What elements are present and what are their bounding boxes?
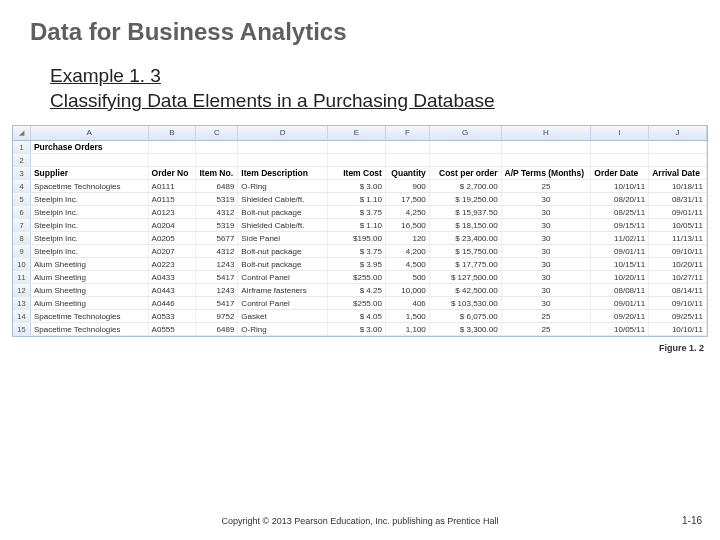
cell-item-no: 5417 bbox=[196, 297, 238, 309]
cell-supplier: Steelpin Inc. bbox=[31, 206, 149, 218]
cell-supplier: Alum Sheeting bbox=[31, 284, 149, 296]
cell-arrival-date: 09/10/11 bbox=[649, 297, 707, 309]
cell-arrival-date: 08/31/11 bbox=[649, 193, 707, 205]
cell-item-no: 6489 bbox=[196, 323, 238, 335]
cell-order-date: 11/02/11 bbox=[591, 232, 649, 244]
cell-ap-terms: 30 bbox=[502, 232, 592, 244]
cell-item-cost: $ 3.00 bbox=[328, 323, 386, 335]
table-row: 11Alum SheetingA04335417Control Panel$25… bbox=[13, 271, 707, 284]
row-number: 15 bbox=[13, 323, 31, 335]
header-arrival-date: Arrival Date bbox=[649, 167, 707, 179]
table-row: 14Spacetime TechnologiesA05339752Gasket$… bbox=[13, 310, 707, 323]
cell-arrival-date: 10/27/11 bbox=[649, 271, 707, 283]
cell-item-description: Side Panel bbox=[238, 232, 328, 244]
cell-cost-per-order: $ 15,937.50 bbox=[430, 206, 502, 218]
cell-arrival-date: 09/10/11 bbox=[649, 245, 707, 257]
copyright-text: Copyright © 2013 Pearson Education, Inc.… bbox=[0, 516, 720, 526]
cell-supplier: Alum Sheeting bbox=[31, 297, 149, 309]
cell-cost-per-order: $ 15,750.00 bbox=[430, 245, 502, 257]
cell-arrival-date: 11/13/11 bbox=[649, 232, 707, 244]
cell-cost-per-order: $ 2,700.00 bbox=[430, 180, 502, 192]
cell-item-no: 5677 bbox=[196, 232, 238, 244]
cell-item-description: Shielded Cable/ft. bbox=[238, 219, 328, 231]
cell-item-cost: $ 4.05 bbox=[328, 310, 386, 322]
row-number: 7 bbox=[13, 219, 31, 231]
header-order-no: Order No bbox=[149, 167, 197, 179]
table-row: 9Steelpin Inc.A02074312Bolt-nut package$… bbox=[13, 245, 707, 258]
cell-item-description: O-Ring bbox=[238, 323, 328, 335]
col-header-h: H bbox=[502, 126, 592, 140]
spreadsheet-body: 1 Purchase Orders 2 3 Supplier Order No bbox=[13, 141, 707, 336]
cell-item-no: 6489 bbox=[196, 180, 238, 192]
subtitle-line-1: Example 1. 3 bbox=[50, 64, 720, 89]
cell-quantity: 4,200 bbox=[386, 245, 430, 257]
cell-cost-per-order: $ 127,500.00 bbox=[430, 271, 502, 283]
col-header-f: F bbox=[386, 126, 430, 140]
cell-order-no: A0123 bbox=[149, 206, 197, 218]
figure-caption: Figure 1. 2 bbox=[0, 343, 720, 353]
cell-quantity: 406 bbox=[386, 297, 430, 309]
col-header-g: G bbox=[430, 126, 502, 140]
cell-ap-terms: 25 bbox=[502, 180, 592, 192]
cell-item-cost: $255.00 bbox=[328, 297, 386, 309]
cell-item-cost: $195.00 bbox=[328, 232, 386, 244]
cell-quantity: 16,500 bbox=[386, 219, 430, 231]
table-row: 4Spacetime TechnologiesA01116489O-Ring$ … bbox=[13, 180, 707, 193]
cell-order-date: 09/15/11 bbox=[591, 219, 649, 231]
cell-quantity: 1,500 bbox=[386, 310, 430, 322]
cell-ap-terms: 30 bbox=[502, 245, 592, 257]
cell-supplier: Alum Sheeting bbox=[31, 271, 149, 283]
cell-item-no: 5319 bbox=[196, 219, 238, 231]
cell-order-date: 10/15/11 bbox=[591, 258, 649, 270]
cell-quantity: 500 bbox=[386, 271, 430, 283]
row-number: 9 bbox=[13, 245, 31, 257]
col-header-j: J bbox=[649, 126, 707, 140]
row-number: 12 bbox=[13, 284, 31, 296]
header-quantity: Quantity bbox=[386, 167, 430, 179]
cell-cost-per-order: $ 23,400.00 bbox=[430, 232, 502, 244]
cell-item-description: Bolt-nut package bbox=[238, 245, 328, 257]
cell-item-cost: $ 4.25 bbox=[328, 284, 386, 296]
cell-item-description: Control Panel bbox=[238, 297, 328, 309]
row-number: 13 bbox=[13, 297, 31, 309]
cell-item-no: 9752 bbox=[196, 310, 238, 322]
cell-order-date: 09/01/11 bbox=[591, 297, 649, 309]
cell-item-description: Gasket bbox=[238, 310, 328, 322]
table-row: 15Spacetime TechnologiesA05556489O-Ring$… bbox=[13, 323, 707, 336]
cell-order-no: A0446 bbox=[149, 297, 197, 309]
row-number: 1 bbox=[13, 141, 31, 153]
cell-quantity: 120 bbox=[386, 232, 430, 244]
cell-ap-terms: 30 bbox=[502, 271, 592, 283]
spreadsheet-column-header-row: ◢ A B C D E F G H I J bbox=[13, 126, 707, 141]
cell-item-cost: $ 3.75 bbox=[328, 245, 386, 257]
cell-ap-terms: 30 bbox=[502, 258, 592, 270]
cell-item-description: O-Ring bbox=[238, 180, 328, 192]
col-header-d: D bbox=[238, 126, 328, 140]
cell-item-cost: $ 1.10 bbox=[328, 193, 386, 205]
table-row: 2 bbox=[13, 154, 707, 167]
col-header-b: B bbox=[149, 126, 197, 140]
cell-ap-terms: 25 bbox=[502, 323, 592, 335]
cell-supplier: Spacetime Technologies bbox=[31, 180, 149, 192]
cell-ap-terms: 30 bbox=[502, 193, 592, 205]
row-number: 6 bbox=[13, 206, 31, 218]
cell-title: Purchase Orders bbox=[31, 141, 149, 153]
cell-cost-per-order: $ 19,250.00 bbox=[430, 193, 502, 205]
row-number: 8 bbox=[13, 232, 31, 244]
col-header-a: A bbox=[31, 126, 149, 140]
cell-order-date: 08/25/11 bbox=[591, 206, 649, 218]
cell-order-no: A0443 bbox=[149, 284, 197, 296]
cell-item-no: 5417 bbox=[196, 271, 238, 283]
page-number: 1-16 bbox=[682, 515, 702, 526]
table-row: 6Steelpin Inc.A01234312Bolt-nut package$… bbox=[13, 206, 707, 219]
cell-supplier: Steelpin Inc. bbox=[31, 245, 149, 257]
table-row: 8Steelpin Inc.A02055677Side Panel$195.00… bbox=[13, 232, 707, 245]
table-row: 10Alum SheetingA02231243Bolt-nut package… bbox=[13, 258, 707, 271]
cell-item-no: 5319 bbox=[196, 193, 238, 205]
cell-item-cost: $ 3.75 bbox=[328, 206, 386, 218]
cell-arrival-date: 10/20/11 bbox=[649, 258, 707, 270]
cell-supplier: Steelpin Inc. bbox=[31, 232, 149, 244]
row-number: 11 bbox=[13, 271, 31, 283]
cell-item-description: Shielded Cable/ft. bbox=[238, 193, 328, 205]
cell-ap-terms: 30 bbox=[502, 219, 592, 231]
